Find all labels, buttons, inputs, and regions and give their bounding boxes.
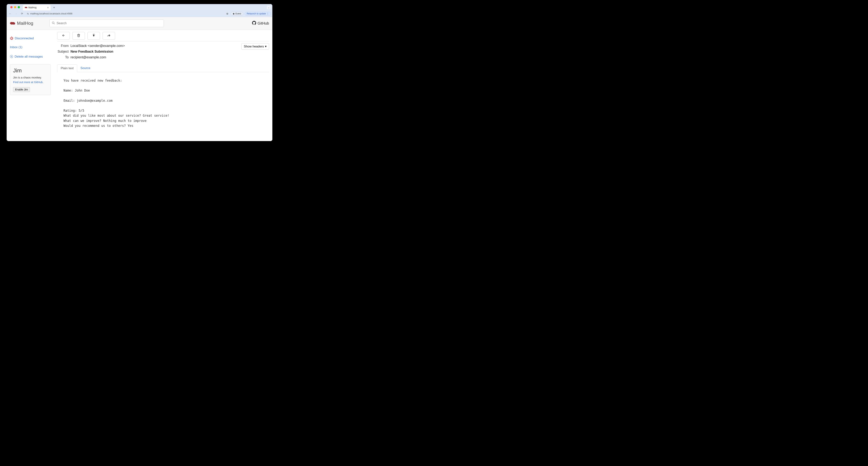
app-body: ⏻ Disconnected Inbox (1) ⓧ Delete all me… (7, 30, 272, 141)
github-link[interactable]: GitHub (252, 21, 269, 26)
jim-desc: Jim is a chaos monkey. (13, 76, 48, 80)
download-icon (92, 34, 95, 38)
enable-jim-button[interactable]: Enable Jim (13, 87, 30, 92)
url-field[interactable]: ⇆ mailhog.localhost.localstack.cloud:456… (26, 11, 224, 16)
reload-icon[interactable]: ⟳ (20, 12, 24, 15)
maximize-window-button[interactable] (18, 6, 20, 8)
pig-icon (25, 6, 27, 9)
message-body: You have received new feedback: Name: Jo… (57, 72, 269, 128)
connection-status[interactable]: ⏻ Disconnected (10, 36, 51, 40)
brand-text: MailHog (17, 21, 33, 26)
download-button[interactable] (88, 32, 100, 40)
tab-plain-text[interactable]: Plain text (57, 64, 77, 72)
browser-window: MailHog × + ⌄ ← → ⟳ ⇆ mailhog.localhost.… (7, 4, 272, 141)
delete-button[interactable] (72, 32, 85, 40)
divider (57, 41, 269, 41)
message-toolbar (57, 32, 269, 40)
close-window-button[interactable] (10, 6, 12, 8)
github-label: GitHub (257, 21, 269, 26)
browser-tab[interactable]: MailHog × (23, 5, 51, 10)
to-label: To (57, 55, 70, 59)
message-pane: Show headers ▾ From LocalStack <sender@e… (54, 30, 272, 141)
app-header: MailHog GitHub (7, 17, 272, 30)
person-icon: ◉ (233, 12, 235, 15)
chevron-down-icon: ▾ (265, 45, 267, 48)
tabs-dropdown-icon[interactable]: ⌄ (267, 5, 271, 9)
subject-value: New Feedback Submission (70, 50, 269, 54)
inbox-link[interactable]: Inbox (1) (10, 46, 51, 49)
back-icon[interactable]: ← (8, 12, 12, 15)
power-icon: ⏻ (10, 36, 13, 40)
guest-profile-button[interactable]: ◉ Guest (231, 12, 243, 16)
sidebar: ⏻ Disconnected Inbox (1) ⓧ Delete all me… (7, 30, 54, 141)
trash-icon (77, 34, 80, 38)
toolbar-right: ⊕ ◉ Guest Relaunch to update ⋮ (225, 12, 271, 16)
search-icon (52, 22, 55, 25)
status-label: Disconnected (15, 36, 34, 40)
window-controls (8, 4, 22, 10)
svg-point-0 (52, 22, 54, 24)
arrow-left-icon (62, 34, 65, 38)
from-value: LocalStack <sender@example.com> (70, 44, 269, 48)
share-icon (107, 34, 111, 38)
site-info-icon[interactable]: ⇆ (27, 12, 29, 15)
brand[interactable]: MailHog (10, 21, 33, 26)
new-tab-button[interactable]: + (52, 5, 57, 10)
guest-label: Guest (235, 12, 241, 15)
url-text: mailhog.localhost.localstack.cloud:4566 (30, 12, 72, 15)
delete-all-label: Delete all messages (14, 54, 43, 59)
release-button[interactable] (102, 32, 115, 40)
subject-label: Subject (57, 50, 70, 54)
from-label: From (57, 44, 70, 48)
svg-line-1 (54, 24, 55, 24)
body-tabs: Plain text Source (57, 64, 269, 72)
show-headers-button[interactable]: Show headers ▾ (241, 43, 269, 50)
forward-icon[interactable]: → (14, 12, 18, 15)
x-circle-icon: ⓧ (10, 54, 13, 59)
close-tab-icon[interactable]: × (47, 6, 49, 9)
to-value: recipient@example.com (70, 55, 269, 59)
tab-title: MailHog (28, 6, 36, 9)
github-icon (252, 21, 256, 26)
search-field[interactable] (50, 19, 164, 27)
message-headers: Show headers ▾ From LocalStack <sender@e… (57, 44, 269, 59)
pig-icon (10, 21, 15, 26)
relaunch-button[interactable]: Relaunch to update ⋮ (245, 12, 271, 16)
tab-strip: MailHog × + ⌄ (7, 4, 272, 10)
jim-link-suffix: . (43, 81, 43, 84)
show-headers-label: Show headers (244, 45, 264, 48)
inbox-label: Inbox (1) (10, 46, 22, 49)
zoom-icon[interactable]: ⊕ (225, 12, 229, 15)
back-button[interactable] (57, 32, 70, 40)
jim-title: Jim (13, 67, 48, 74)
tab-source[interactable]: Source (77, 64, 94, 72)
delete-all-link[interactable]: ⓧ Delete all messages (10, 54, 51, 59)
address-bar: ← → ⟳ ⇆ mailhog.localhost.localstack.clo… (7, 10, 272, 17)
relaunch-label: Relaunch to update (247, 12, 266, 15)
jim-github-link[interactable]: Find out more at GitHub (13, 81, 43, 84)
more-icon: ⋮ (267, 12, 269, 15)
minimize-window-button[interactable] (14, 6, 16, 8)
search-input[interactable] (57, 22, 161, 25)
jim-link-line: Find out more at GitHub. (13, 80, 48, 84)
jim-panel: Jim Jim is a chaos monkey. Find out more… (10, 64, 51, 95)
